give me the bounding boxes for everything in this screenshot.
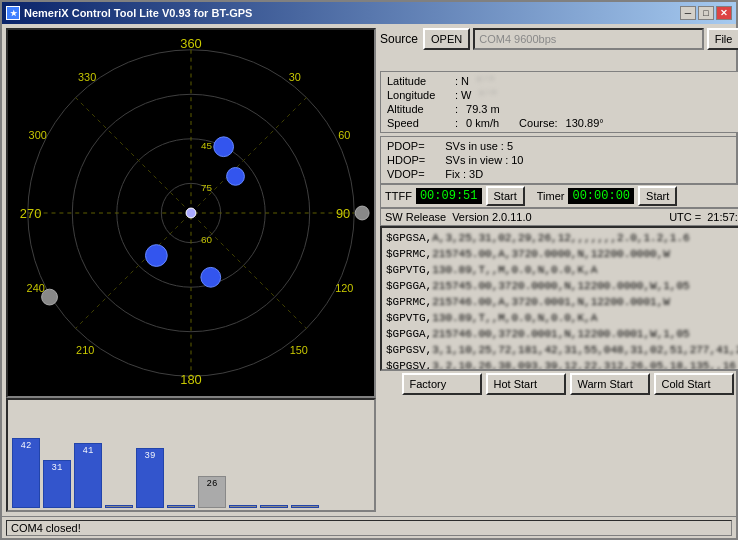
longitude-row: Longitude : W ° ' " bbox=[387, 89, 738, 101]
gps-info-area: Latitude : N ° ' " Longitude : W ° ' " A… bbox=[380, 71, 738, 397]
svg-text:210: 210 bbox=[76, 344, 94, 356]
maximize-button[interactable]: □ bbox=[698, 6, 714, 20]
ttff-row: TTFF 00:09:51 Start Timer 00:00:00 Start bbox=[380, 184, 738, 208]
bar-group: 26 bbox=[198, 418, 226, 508]
course-value: 130.89° bbox=[566, 117, 604, 129]
svg-point-29 bbox=[42, 289, 58, 305]
svg-point-26 bbox=[145, 245, 167, 267]
title-bar: ★ NemeriX Control Tool Lite V0.93 for BT… bbox=[2, 2, 736, 24]
svg-text:60: 60 bbox=[338, 129, 350, 141]
file-button[interactable]: File bbox=[707, 28, 738, 50]
timer-time: 00:00:00 bbox=[568, 188, 634, 204]
svs-use-value: 5 bbox=[507, 140, 513, 152]
signal-bar-empty bbox=[105, 505, 133, 508]
source-row: Source OPEN COM4 9600bps File COM bbox=[380, 28, 738, 50]
left-panel: 360 180 270 90 30 330 60 300 120 240 150 bbox=[6, 28, 376, 512]
latitude-dir: : N bbox=[455, 75, 469, 87]
bar-group bbox=[291, 418, 319, 508]
bottom-buttons: Factory Hot Start Warm Start Cold Start bbox=[380, 371, 738, 397]
main-content: 360 180 270 90 30 330 60 300 120 240 150 bbox=[2, 24, 736, 516]
gps-info-section: Latitude : N ° ' " Longitude : W ° ' " A… bbox=[380, 71, 738, 133]
hdop-row: HDOP= bbox=[387, 154, 425, 166]
svg-text:60: 60 bbox=[201, 234, 212, 245]
signal-bar-empty bbox=[291, 505, 319, 508]
nmea-line: $GPGGA,215745.00,3720.0000,N,12200.0000,… bbox=[386, 278, 738, 294]
signal-bar-empty bbox=[260, 505, 288, 508]
vdop-row: VDOP= bbox=[387, 168, 425, 180]
bar-group bbox=[229, 418, 257, 508]
svg-text:45: 45 bbox=[201, 140, 212, 151]
gps-right-area: Latitude : N ° ' " Longitude : W ° ' " A… bbox=[380, 71, 738, 397]
svs-view-row: SVs in view : 10 bbox=[445, 154, 523, 166]
dop-left: PDOP= HDOP= VDOP= bbox=[387, 140, 425, 180]
nmea-line: $GPVTG,130.89,T,,M,0.0,N,0.0,K,A bbox=[386, 262, 738, 278]
timer-start-button[interactable]: Start bbox=[638, 186, 677, 206]
timer-label: Timer bbox=[537, 190, 565, 202]
warm-start-button[interactable]: Warm Start bbox=[570, 373, 650, 395]
bar-group: 42 bbox=[12, 418, 40, 508]
svg-text:360: 360 bbox=[180, 36, 201, 51]
nmea-line: $GPVTG,130.89,T,,M,0.0,N,0.0,K,A bbox=[386, 310, 738, 326]
title-buttons: ─ □ ✕ bbox=[680, 6, 732, 20]
svg-text:180: 180 bbox=[180, 372, 201, 387]
right-panel: Source OPEN COM4 9600bps File COM NmX La… bbox=[380, 28, 738, 512]
nmea-line: $GPRMC,215745.00,A,3720.0000,N,12200.000… bbox=[386, 246, 738, 262]
nmea-log[interactable]: $GPGSA,A,3,25,31,02,29,26,12,,,,,,,2.0,1… bbox=[380, 226, 738, 371]
signal-bar: 26 bbox=[198, 476, 226, 508]
svg-point-30 bbox=[355, 206, 369, 220]
utc-value: 21:57:45 bbox=[707, 211, 738, 223]
sw-release-row: SW Release Version 2.0.11.0 UTC = 21:57:… bbox=[380, 208, 738, 226]
svg-point-24 bbox=[214, 137, 234, 157]
minimize-button[interactable]: ─ bbox=[680, 6, 696, 20]
nmea-line: $GPGGA,215746.00,3720.0001,N,12200.0001,… bbox=[386, 326, 738, 342]
svg-point-25 bbox=[227, 167, 245, 185]
latitude-row: Latitude : N ° ' " bbox=[387, 75, 738, 87]
factory-button[interactable]: Factory bbox=[402, 373, 482, 395]
dop-right: SVs in use : 5 SVs in view : 10 Fix : 3D bbox=[445, 140, 523, 180]
ttff-label: TTFF bbox=[385, 190, 412, 202]
fix-row: Fix : 3D bbox=[445, 168, 523, 180]
open-button[interactable]: OPEN bbox=[423, 28, 470, 50]
svg-text:240: 240 bbox=[27, 282, 45, 294]
app-icon: ★ bbox=[6, 6, 20, 20]
pdop-row: PDOP= bbox=[387, 140, 425, 152]
signal-bar: 39 bbox=[136, 448, 164, 508]
svg-text:75: 75 bbox=[201, 182, 212, 193]
svg-point-28 bbox=[186, 208, 196, 218]
ttff-start-button[interactable]: Start bbox=[486, 186, 525, 206]
signal-bar-empty bbox=[167, 505, 195, 508]
signal-bar: 31 bbox=[43, 460, 71, 508]
altitude-sep: : bbox=[455, 103, 458, 115]
cold-start-button[interactable]: Cold Start bbox=[654, 373, 734, 395]
altitude-row: Altitude : 79.3 m bbox=[387, 103, 738, 115]
sw-version: Version 2.0.11.0 bbox=[452, 211, 532, 223]
bars-container: 42 31 41 bbox=[6, 398, 376, 512]
svs-use-row: SVs in use : 5 bbox=[445, 140, 523, 152]
nmea-line: $GPGSA,A,3,25,31,02,29,26,12,,,,,,,2.0,1… bbox=[386, 230, 738, 246]
latitude-value: ° ' " bbox=[477, 75, 494, 87]
svg-point-27 bbox=[201, 267, 221, 287]
bar-group bbox=[105, 418, 133, 508]
dop-section: PDOP= HDOP= VDOP= SVs in use : 5 SVs in … bbox=[380, 136, 738, 184]
signal-bar: 41 bbox=[74, 443, 102, 508]
hot-start-button[interactable]: Hot Start bbox=[486, 373, 566, 395]
close-button[interactable]: ✕ bbox=[716, 6, 732, 20]
bar-group bbox=[167, 418, 195, 508]
longitude-dir: : W bbox=[455, 89, 472, 101]
nmea-line: $GPGSV,3,2,10,26,38,093,39,12,22,312,26,… bbox=[386, 358, 738, 371]
speed-value: 0 km/h bbox=[466, 117, 499, 129]
speed-row: Speed : 0 km/h Course: 130.89° bbox=[387, 117, 738, 129]
svg-text:120: 120 bbox=[335, 282, 353, 294]
main-window: ★ NemeriX Control Tool Lite V0.93 for BT… bbox=[0, 0, 738, 540]
signal-bar-empty bbox=[229, 505, 257, 508]
signal-bar: 42 bbox=[12, 438, 40, 508]
nmea-line: $GPRMC,215746.00,A,3720.0001,N,12200.000… bbox=[386, 294, 738, 310]
ttff-time: 00:09:51 bbox=[416, 188, 482, 204]
com-display: COM4 9600bps bbox=[473, 28, 703, 50]
course-label: Course: bbox=[519, 117, 558, 129]
bar-group: 39 bbox=[136, 418, 164, 508]
nmea-line: $GPGSV,3,1,10,25,72,181,42,31,55,048,31,… bbox=[386, 342, 738, 358]
speed-label: Speed bbox=[387, 117, 447, 129]
latitude-label: Latitude bbox=[387, 75, 447, 87]
svg-text:300: 300 bbox=[29, 129, 47, 141]
